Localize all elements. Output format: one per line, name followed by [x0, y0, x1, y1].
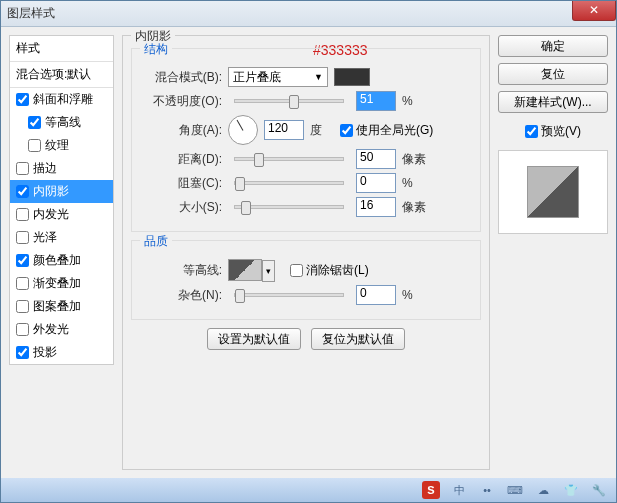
angle-input[interactable]: 120 [264, 120, 304, 140]
style-item-9[interactable]: 图案叠加 [10, 295, 113, 318]
style-item-label: 纹理 [45, 137, 69, 154]
contour-label: 等高线: [142, 262, 222, 279]
size-label: 大小(S): [142, 199, 222, 216]
style-header[interactable]: 样式 [10, 36, 113, 62]
antialias-checkbox[interactable]: 消除锯齿(L) [290, 262, 369, 279]
noise-label: 杂色(N): [142, 287, 222, 304]
style-item-10[interactable]: 外发光 [10, 318, 113, 341]
reset-default-button[interactable]: 复位为默认值 [311, 328, 405, 350]
style-item-2[interactable]: 纹理 [10, 134, 113, 157]
angle-unit: 度 [310, 122, 334, 139]
style-checkbox[interactable] [16, 300, 29, 313]
style-item-label: 图案叠加 [33, 298, 81, 315]
choke-input[interactable]: 0 [356, 173, 396, 193]
noise-slider[interactable] [234, 293, 344, 297]
choke-label: 阻塞(C): [142, 175, 222, 192]
angle-label: 角度(A): [142, 122, 222, 139]
ime-tools-icon[interactable]: 🔧 [590, 481, 608, 499]
style-checkbox[interactable] [16, 346, 29, 359]
structure-title: 结构 [140, 41, 172, 58]
titlebar[interactable]: 图层样式 ✕ [1, 1, 616, 27]
choke-slider[interactable] [234, 181, 344, 185]
dialog-body: 样式 混合选项:默认 斜面和浮雕等高线纹理描边内阴影内发光光泽颜色叠加渐变叠加图… [1, 27, 616, 478]
style-checkbox[interactable] [28, 139, 41, 152]
opacity-unit: % [402, 94, 426, 108]
style-item-6[interactable]: 光泽 [10, 226, 113, 249]
choke-unit: % [402, 176, 426, 190]
ok-button[interactable]: 确定 [498, 35, 608, 57]
style-checkbox[interactable] [16, 231, 29, 244]
blend-mode-label: 混合模式(B): [142, 69, 222, 86]
preview-thumbnail-icon [527, 166, 579, 218]
style-checkbox[interactable] [16, 185, 29, 198]
default-buttons-row: 设置为默认值 复位为默认值 [131, 328, 481, 350]
global-light-checkbox[interactable]: 使用全局光(G) [340, 122, 433, 139]
style-item-8[interactable]: 渐变叠加 [10, 272, 113, 295]
global-light-label: 使用全局光(G) [356, 122, 433, 139]
preview-label: 预览(V) [541, 123, 581, 140]
shadow-color-swatch[interactable] [334, 68, 370, 86]
structure-group: 结构 混合模式(B): 正片叠底 ▼ 不透明度(O): 51 % [131, 48, 481, 232]
blend-mode-combo[interactable]: 正片叠底 ▼ [228, 67, 328, 87]
ime-cloud-icon[interactable]: ☁ [534, 481, 552, 499]
contour-dropdown-icon[interactable]: ▾ [262, 260, 275, 282]
close-button[interactable]: ✕ [572, 1, 616, 21]
size-slider[interactable] [234, 205, 344, 209]
quality-group: 品质 等高线: ▾ 消除锯齿(L) 杂色(N): [131, 240, 481, 320]
sogou-ime-icon[interactable]: S [422, 481, 440, 499]
style-checkbox[interactable] [16, 323, 29, 336]
ime-zhong-icon[interactable]: 中 [450, 481, 468, 499]
ime-skin-icon[interactable]: 👕 [562, 481, 580, 499]
distance-input[interactable]: 50 [356, 149, 396, 169]
style-item-label: 光泽 [33, 229, 57, 246]
new-style-button[interactable]: 新建样式(W)... [498, 91, 608, 113]
style-checkbox[interactable] [16, 254, 29, 267]
make-default-button[interactable]: 设置为默认值 [207, 328, 301, 350]
inner-shadow-group: 内阴影 #333333 结构 混合模式(B): 正片叠底 ▼ 不透明度(O): [122, 35, 490, 470]
style-item-label: 内阴影 [33, 183, 69, 200]
style-checkbox[interactable] [28, 116, 41, 129]
size-input[interactable]: 16 [356, 197, 396, 217]
style-list: 样式 混合选项:默认 斜面和浮雕等高线纹理描边内阴影内发光光泽颜色叠加渐变叠加图… [9, 35, 114, 365]
contour-picker[interactable]: ▾ [228, 259, 262, 281]
style-checkbox[interactable] [16, 277, 29, 290]
style-item-4[interactable]: 内阴影 [10, 180, 113, 203]
distance-slider[interactable] [234, 157, 344, 161]
style-item-label: 描边 [33, 160, 57, 177]
style-item-5[interactable]: 内发光 [10, 203, 113, 226]
preview-box [498, 150, 608, 234]
style-item-11[interactable]: 投影 [10, 341, 113, 364]
style-checkbox[interactable] [16, 93, 29, 106]
style-item-7[interactable]: 颜色叠加 [10, 249, 113, 272]
style-item-1[interactable]: 等高线 [10, 111, 113, 134]
style-item-label: 颜色叠加 [33, 252, 81, 269]
style-item-label: 等高线 [45, 114, 81, 131]
antialias-label: 消除锯齿(L) [306, 262, 369, 279]
noise-input[interactable]: 0 [356, 285, 396, 305]
ime-punct-icon[interactable]: •• [478, 481, 496, 499]
chevron-down-icon: ▼ [314, 72, 323, 82]
style-item-3[interactable]: 描边 [10, 157, 113, 180]
settings-panel: 内阴影 #333333 结构 混合模式(B): 正片叠底 ▼ 不透明度(O): [122, 35, 490, 470]
angle-dial[interactable] [228, 115, 258, 145]
window-title: 图层样式 [7, 5, 55, 22]
style-checkbox[interactable] [16, 162, 29, 175]
style-item-label: 内发光 [33, 206, 69, 223]
action-panel: 确定 复位 新建样式(W)... 预览(V) [498, 35, 608, 470]
style-item-label: 投影 [33, 344, 57, 361]
distance-unit: 像素 [402, 151, 426, 168]
cancel-button[interactable]: 复位 [498, 63, 608, 85]
preview-checkbox[interactable]: 预览(V) [498, 123, 608, 140]
opacity-slider[interactable] [234, 99, 344, 103]
opacity-input[interactable]: 51 [356, 91, 396, 111]
noise-unit: % [402, 288, 426, 302]
size-unit: 像素 [402, 199, 426, 216]
blend-mode-value: 正片叠底 [233, 69, 281, 86]
taskbar: S 中 •• ⌨ ☁ 👕 🔧 [1, 478, 616, 502]
style-item-0[interactable]: 斜面和浮雕 [10, 88, 113, 111]
blend-options-header[interactable]: 混合选项:默认 [10, 62, 113, 88]
layer-style-dialog: 图层样式 ✕ 样式 混合选项:默认 斜面和浮雕等高线纹理描边内阴影内发光光泽颜色… [0, 0, 617, 503]
style-checkbox[interactable] [16, 208, 29, 221]
ime-keyboard-icon[interactable]: ⌨ [506, 481, 524, 499]
opacity-label: 不透明度(O): [142, 93, 222, 110]
